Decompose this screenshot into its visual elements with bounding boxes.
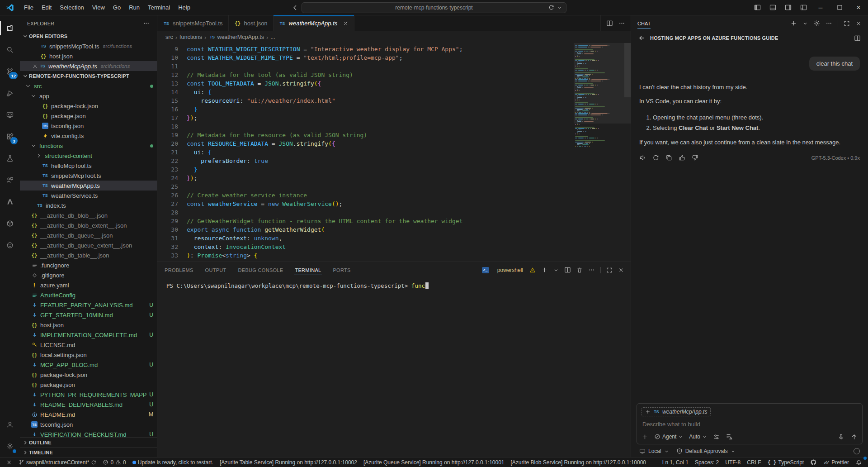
new-terminal-icon[interactable] [541,267,548,273]
send-icon[interactable] [851,434,858,440]
eol-item[interactable]: CRLF [744,457,764,467]
close-icon[interactable] [31,63,39,69]
activity-remote-explorer[interactable] [0,104,20,126]
close-panel-icon[interactable] [618,267,624,273]
tree-folder[interactable]: app [20,91,157,101]
tree-file[interactable]: .funcignore [20,260,157,270]
tree-file[interactable]: {}__azurite_db_blob_extent__.json [20,220,157,230]
toggle-secondary-sidebar-icon[interactable] [780,0,796,15]
close-chat-icon[interactable] [855,20,862,27]
split-terminal-icon[interactable] [564,267,571,273]
tree-file[interactable]: TShelloMcpTool.ts [20,161,157,171]
minimize-button[interactable]: – [811,0,830,15]
tree-file[interactable]: IMPLEMENTATION_COMPLETE.mdU [20,330,157,340]
tree-file[interactable]: TStsconfig.json [20,121,157,131]
project-root-header[interactable]: REMOTE-MCP-FUNCTIONS-TYPESCRIPT [20,71,157,81]
activity-explorer[interactable] [0,17,20,39]
regenerate-icon[interactable] [652,154,659,161]
toggle-panel-icon[interactable] [765,0,780,15]
mode-picker[interactable]: Agent [654,434,683,440]
activity-containers[interactable] [0,213,20,234]
breadcrumb[interactable]: src›functions›TSweatherMcpApp.ts›... [157,31,631,43]
breadcrumb-item[interactable]: functions [179,34,202,40]
read-aloud-icon[interactable] [639,154,646,161]
maximize-button[interactable] [830,0,849,15]
editor-more-actions-icon[interactable] [618,20,625,27]
tree-file[interactable]: .gitignore [20,270,157,280]
tree-file[interactable]: MCP_APP_BLOG.mdU [20,360,157,370]
activity-accounts[interactable] [0,414,20,435]
activity-github-copilot[interactable] [0,234,20,256]
open-editor-item[interactable]: TSsnippetsMcpTool.tssrc\functions [20,41,157,51]
chat-more-actions-icon[interactable] [826,20,832,27]
activity-extensions[interactable]: 3 [0,126,20,148]
notifications-bell-icon[interactable] [852,457,865,467]
remote-indicator-icon[interactable] [3,457,15,467]
tree-file[interactable]: TSindex.ts [20,200,157,210]
open-editor-item[interactable]: TSweatherMcpApp.tssrc\functions [20,61,157,71]
timeline-section[interactable]: TIMELINE [20,447,157,457]
chat-back-icon[interactable] [638,34,646,42]
panel-tab-debug-console[interactable]: DEBUG CONSOLE [237,262,284,278]
tools-icon[interactable] [713,434,720,440]
tree-file[interactable]: TSweatherMcpApp.ts [20,181,157,191]
open-editors-header[interactable]: OPEN EDITORS [20,31,157,41]
command-center[interactable]: remote-mcp-functions-typescript [302,2,566,13]
tree-file[interactable]: !azure.yaml [20,280,157,290]
tree-file[interactable]: TSsnippetsMcpTool.ts [20,171,157,181]
tree-file[interactable]: {}package-lock.json [20,370,157,380]
open-editor-item[interactable]: {}host.json [20,51,157,61]
menu-file[interactable]: File [20,0,38,15]
thumbs-up-icon[interactable] [679,154,685,161]
approvals-picker[interactable]: Default Approvals [676,448,736,454]
tree-file[interactable]: {}package-lock.json [20,101,157,111]
editor-tab[interactable]: TSsnippetsMcpTool.ts [157,15,229,31]
activity-azure[interactable] [0,191,20,213]
activity-search[interactable] [0,39,20,61]
tree-file[interactable]: LICENSE.md [20,340,157,350]
activity-settings[interactable] [0,435,20,457]
azurite-service-item[interactable]: [Azurite Blob Service] Running on http:/… [508,457,650,467]
github-icon[interactable] [807,457,820,467]
menu-edit[interactable]: Edit [38,0,56,15]
editor-scrollbar[interactable] [624,43,631,97]
activity-source-control[interactable]: 12 [0,61,20,82]
tree-file[interactable]: {}package.json [20,111,157,121]
tree-file[interactable]: {}__azurite_db_table__.json [20,250,157,260]
encoding-item[interactable]: UTF-8 [722,457,744,467]
tree-file[interactable]: FEATURE_PARITY_ANALYSIS.mdU [20,300,157,310]
tree-file[interactable]: README.mdM [20,410,157,419]
open-chat-in-editor-icon[interactable] [854,35,861,42]
menu-selection[interactable]: Selection [56,0,88,15]
azurite-service-item[interactable]: [Azurite Table Service] Running on http:… [217,457,360,467]
problems-item[interactable]: 00 [99,457,129,467]
tree-file[interactable]: GET_STARTED_10MIN.mdU [20,310,157,320]
tree-file[interactable]: README_DELIVERABLES.mdU [20,400,157,410]
panel-tab-output[interactable]: OUTPUT [204,262,227,278]
menu-terminal[interactable]: Terminal [144,0,174,15]
editor-tab[interactable]: TSweatherMcpApp.ts [274,15,355,31]
maximize-panel-icon[interactable] [606,267,613,273]
terminal-shell-label[interactable]: powershell [497,267,523,273]
breadcrumb-item[interactable]: TSweatherMcpApp.ts [208,34,264,40]
back-icon[interactable] [292,4,299,11]
activity-live-share[interactable] [0,169,20,191]
code-editor[interactable]: 9const WEATHER_WIDGET_DESCRIPTION = "Int… [157,43,631,262]
panel-tab-problems[interactable]: PROBLEMS [164,262,194,278]
model-picker[interactable]: Auto [689,434,707,440]
tree-file[interactable]: {}host.json [20,320,157,330]
activity-run-and-debug[interactable] [0,82,20,104]
indentation-item[interactable]: Spaces: 2 [692,457,722,467]
terminal[interactable]: PS C:\Users\swapnilnagar\workplace\mcp\r… [157,278,631,457]
chat-settings-icon[interactable] [813,20,820,27]
chevron-down-icon[interactable] [553,267,559,273]
menu-go[interactable]: Go [109,0,125,15]
environment-picker[interactable]: Local [639,448,669,454]
maximize-chat-icon[interactable] [844,20,850,27]
tree-file[interactable]: TStsconfig.json [20,419,157,429]
chat-tab[interactable]: CHAT [637,15,651,31]
tree-file[interactable]: {}__azurite_db_queue__.json [20,230,157,240]
mic-icon[interactable] [838,434,844,440]
kill-terminal-icon[interactable] [576,267,583,273]
panel-tab-ports[interactable]: PORTS [332,262,351,278]
